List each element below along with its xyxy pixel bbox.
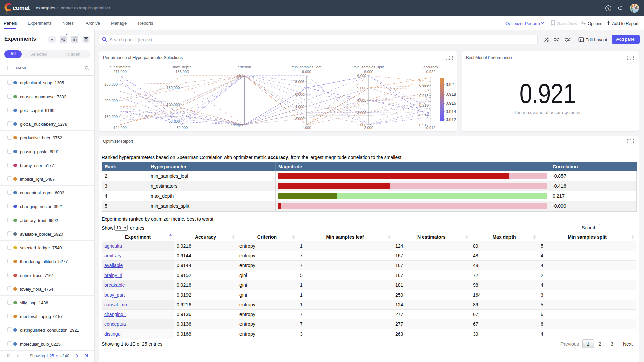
svg-text:0.918: 0.918 (419, 94, 429, 98)
svg-text:39.000: 39.000 (176, 126, 188, 130)
svg-text:277.000: 277.000 (113, 70, 127, 74)
svg-text:50.000: 50.000 (169, 119, 180, 123)
svg-text:6.000: 6.000 (364, 70, 373, 74)
svg-text:150.000: 150.000 (167, 86, 180, 90)
svg-text:1.000: 1.000 (302, 126, 311, 130)
svg-text:8.000: 8.000 (295, 80, 304, 84)
svg-text:3.000: 3.000 (357, 111, 366, 115)
svg-text:0.912: 0.912 (446, 117, 456, 122)
svg-text:186.000: 186.000 (175, 70, 189, 74)
svg-text:0.918: 0.918 (446, 92, 456, 97)
svg-text:min_samples_split: min_samples_split (354, 65, 384, 69)
svg-text:2.000: 2.000 (357, 123, 366, 127)
svg-text:4.000: 4.000 (357, 98, 366, 102)
svg-text:0.912: 0.912 (419, 123, 429, 127)
svg-text:4.000: 4.000 (295, 105, 304, 109)
svg-text:9.000: 9.000 (302, 70, 311, 74)
svg-text:2.000: 2.000 (295, 117, 304, 121)
svg-text:min_samples_leaf: min_samples_leaf (291, 65, 322, 69)
svg-text:n_estimators: n_estimators (110, 65, 131, 69)
svg-text:criterion: criterion (238, 65, 251, 69)
svg-text:6.000: 6.000 (295, 92, 304, 96)
svg-text:124.000: 124.000 (113, 126, 127, 130)
svg-text:0.92: 0.92 (446, 82, 454, 87)
svg-text:?: ? (607, 6, 609, 10)
svg-text:5.000: 5.000 (357, 86, 366, 90)
svg-text:250.000: 250.000 (104, 82, 118, 86)
svg-text:0.914: 0.914 (446, 109, 456, 114)
svg-text:0.922: 0.922 (426, 70, 436, 74)
svg-text:0.916: 0.916 (419, 103, 429, 107)
svg-text:gini: gini (237, 74, 243, 78)
svg-text:0.916: 0.916 (446, 101, 456, 106)
svg-text:200.000: 200.000 (104, 99, 118, 103)
svg-text:entropy: entropy (231, 123, 243, 127)
svg-text:max_depth: max_depth (173, 65, 191, 69)
svg-text:0.914: 0.914 (419, 113, 429, 117)
svg-text:100.000: 100.000 (167, 103, 180, 107)
svg-text:0.920: 0.920 (419, 83, 429, 87)
svg-text:150.000: 150.000 (104, 115, 118, 119)
svg-text:6.000: 6.000 (357, 74, 366, 78)
svg-text:accuracy: accuracy (423, 65, 438, 69)
